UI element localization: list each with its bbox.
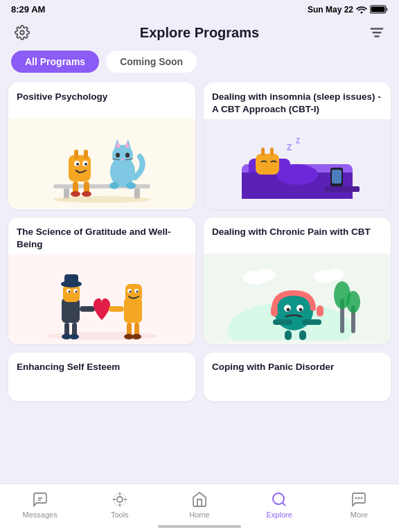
wifi-icon: [356, 6, 367, 14]
svg-rect-82: [271, 305, 278, 317]
svg-point-29: [125, 153, 130, 158]
program-illustration: [8, 118, 195, 209]
program-title: The Science of Gratitude and Well-Being: [8, 218, 195, 254]
svg-rect-41: [270, 148, 274, 156]
svg-point-66: [136, 291, 139, 293]
svg-rect-12: [74, 150, 78, 159]
nav-more[interactable]: More: [338, 490, 380, 519]
programs-grid: Positive Psychology: [8, 82, 391, 409]
program-card-chronic-pain[interactable]: Dealing with Chronic Pain with CBT: [204, 218, 391, 344]
svg-point-94: [117, 497, 123, 502]
svg-rect-2: [371, 7, 385, 12]
programs-scroll[interactable]: Positive Psychology: [0, 82, 399, 454]
svg-point-87: [299, 308, 303, 312]
svg-rect-39: [256, 154, 279, 175]
svg-rect-71: [109, 306, 124, 312]
svg-point-34: [126, 182, 136, 189]
svg-rect-40: [261, 148, 265, 156]
svg-point-3: [20, 30, 24, 35]
svg-rect-88: [273, 319, 292, 325]
program-card-panic-disorder[interactable]: Coping with Panic Disorder: [204, 353, 391, 401]
status-date: Sun May 22: [308, 5, 353, 15]
svg-point-80: [346, 291, 360, 313]
svg-rect-45: [332, 170, 342, 184]
svg-point-20: [71, 191, 80, 197]
svg-point-96: [273, 493, 284, 504]
svg-point-16: [76, 163, 79, 166]
program-card-gratitude[interactable]: The Science of Gratitude and Well-Being: [8, 218, 195, 344]
svg-rect-51: [64, 274, 78, 285]
tab-coming-soon[interactable]: Coming Soon: [106, 51, 197, 73]
svg-rect-7: [53, 184, 150, 188]
svg-point-59: [69, 334, 79, 339]
svg-point-0: [361, 11, 363, 13]
filter-button[interactable]: [366, 21, 388, 44]
svg-rect-11: [69, 155, 91, 181]
message-icon: [31, 490, 49, 508]
nav-messages[interactable]: Messages: [19, 490, 61, 519]
nav-messages-label: Messages: [23, 511, 57, 519]
home-icon: [190, 490, 209, 508]
svg-point-10: [53, 196, 150, 203]
svg-rect-90: [285, 330, 292, 340]
svg-point-86: [287, 308, 290, 312]
program-title: Positive Psychology: [8, 82, 195, 118]
settings-button[interactable]: [11, 21, 33, 44]
svg-point-55: [76, 291, 78, 293]
svg-text:Z: Z: [287, 143, 292, 152]
nav-more-label: More: [351, 511, 368, 519]
svg-rect-13: [84, 150, 88, 159]
program-illustration: [8, 254, 195, 344]
program-illustration: Z Z: [204, 119, 391, 209]
home-indicator: [158, 525, 241, 528]
program-title: Dealing with Chronic Pain with CBT: [204, 218, 391, 254]
program-illustration: [204, 254, 391, 344]
svg-point-65: [130, 291, 132, 293]
battery-icon: [370, 5, 388, 14]
svg-point-70: [132, 334, 141, 339]
status-right: Sun May 22: [308, 5, 388, 15]
tab-row: All Programs Coming Soon: [0, 51, 399, 82]
svg-rect-46: [325, 186, 360, 192]
svg-point-21: [82, 191, 91, 197]
header: Explore Programs: [0, 19, 399, 51]
page-title: Explore Programs: [140, 25, 259, 41]
svg-point-33: [109, 182, 119, 189]
svg-point-30: [121, 159, 124, 161]
svg-rect-60: [80, 306, 95, 312]
nav-tools[interactable]: Tools: [99, 490, 141, 519]
tools-icon: [111, 490, 129, 508]
svg-rect-62: [125, 284, 142, 302]
program-title: Enhancing Self Esteem: [8, 353, 195, 389]
svg-point-74: [256, 269, 276, 281]
svg-point-76: [327, 269, 344, 280]
svg-rect-89: [302, 319, 321, 325]
program-card-positive-psychology[interactable]: Positive Psychology: [8, 82, 195, 209]
explore-icon: [270, 490, 288, 508]
filter-icon: [369, 25, 384, 40]
svg-rect-83: [317, 305, 323, 317]
tab-all-programs[interactable]: All Programs: [11, 51, 99, 73]
nav-explore[interactable]: Explore: [258, 490, 300, 519]
gear-icon: [15, 25, 30, 40]
status-bar: 8:29 AM Sun May 22: [0, 0, 399, 19]
svg-line-97: [283, 503, 285, 506]
program-title: Coping with Panic Disorder: [204, 353, 391, 389]
status-time: 8:29 AM: [11, 4, 45, 15]
nav-home[interactable]: Home: [179, 490, 220, 519]
svg-text:Z: Z: [296, 137, 300, 145]
svg-rect-91: [299, 330, 306, 340]
program-card-self-esteem[interactable]: Enhancing Self Esteem: [8, 353, 195, 401]
svg-point-38: [276, 164, 318, 185]
svg-point-54: [69, 291, 71, 293]
svg-point-28: [116, 153, 120, 158]
nav-home-label: Home: [189, 511, 209, 519]
nav-tools-label: Tools: [111, 511, 129, 519]
more-icon: [350, 490, 368, 508]
svg-point-17: [85, 163, 87, 166]
nav-explore-label: Explore: [267, 511, 292, 519]
program-card-insomnia[interactable]: Dealing with insomnia (sleep issues) - A…: [204, 82, 391, 209]
program-title: Dealing with insomnia (sleep issues) - A…: [204, 82, 391, 119]
